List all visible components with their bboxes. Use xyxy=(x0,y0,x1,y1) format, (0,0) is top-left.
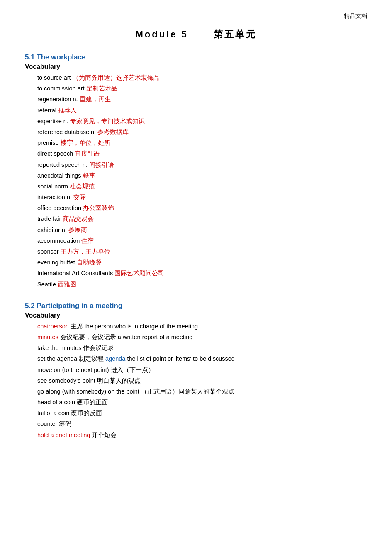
page-title: Module 5 第五单元 xyxy=(25,28,367,41)
vocab-item: tail of a coin 硬币的反面 xyxy=(37,408,367,418)
vocab-en: reported speech n. xyxy=(37,161,89,168)
vocab-zh: 专家意见，专门技术或知识 xyxy=(70,118,145,125)
vocab-zh: 参展商 xyxy=(68,227,87,233)
vocab-zh: （为商务用途）选择艺术装饰品 xyxy=(73,74,160,81)
vocab-en: expertise n. xyxy=(37,118,70,125)
vocab-item: move on (to the next point) 进入（下一点） xyxy=(37,365,367,375)
vocab-zh: 定制艺术品 xyxy=(86,85,117,92)
vocab-item: to source art （为商务用途）选择艺术装饰品 xyxy=(37,73,367,83)
vocab-item: direct speech 直接引语 xyxy=(37,149,367,159)
vocab-item: hold a brief meeting 开个短会 xyxy=(37,430,367,440)
vocab-en: to commission art xyxy=(37,85,86,92)
vocab-en: exhibitor n. xyxy=(37,227,68,233)
vocab-part: hold a brief meeting xyxy=(37,432,90,438)
vocab-item: anecdotal things 轶事 xyxy=(37,171,367,181)
vocab-part: agenda xyxy=(105,355,125,362)
vocab-item: take the minutes 作会议记录 xyxy=(37,343,367,353)
vocab-item: social norm 社会规范 xyxy=(37,182,367,191)
vocab-zh: 住宿 xyxy=(81,237,94,244)
vocab-part: set the agenda 制定议程 xyxy=(37,355,105,362)
section2-vocab-heading: Vocabulary xyxy=(25,312,367,319)
vocab-item: sponsor 主办方，主办单位 xyxy=(37,247,367,257)
vocab-item: reference database n. 参考数据库 xyxy=(37,127,367,137)
vocab-en: interaction n. xyxy=(37,194,73,200)
vocab-zh: 主办方，主办单位 xyxy=(61,248,110,255)
vocab-en: regeneration n. xyxy=(37,96,80,103)
vocab-zh: 重建，再生 xyxy=(80,96,111,103)
vocab-en: direct speech xyxy=(37,150,75,157)
vocab-zh: 推荐人 xyxy=(58,107,77,114)
vocab-zh: 自助晚餐 xyxy=(77,259,102,266)
vocab-item: reported speech n. 间接引语 xyxy=(37,160,367,170)
vocab-item: trade fair 商品交易会 xyxy=(37,214,367,224)
section1-vocab-list: to source art （为商务用途）选择艺术装饰品to commissio… xyxy=(37,73,367,289)
vocab-zh: 办公室装饰 xyxy=(83,205,114,211)
vocab-en: referral xyxy=(37,107,58,114)
vocab-item: go along (with somebody) on the point （正… xyxy=(37,387,367,396)
vocab-en: sponsor xyxy=(37,248,61,255)
vocab-item: referral 推荐人 xyxy=(37,106,367,115)
vocab-item: see somebody's point 明白某人的观点 xyxy=(37,376,367,386)
vocab-zh: 参考数据库 xyxy=(97,129,129,135)
vocab-zh: 国际艺术顾问公司 xyxy=(114,270,164,276)
section1: 5.1 The workplace Vocabulary to source a… xyxy=(25,53,367,289)
vocab-item: Seattle 西雅图 xyxy=(37,280,367,289)
top-right-label: 精品文档 xyxy=(25,12,367,20)
vocab-item: regeneration n. 重建，再生 xyxy=(37,95,367,104)
vocab-item: minutes 会议纪要，会议记录 a written report of a … xyxy=(37,333,367,342)
section2-heading: 5.2 Participating in a meeting xyxy=(25,302,367,310)
vocab-item: exhibitor n. 参展商 xyxy=(37,225,367,235)
vocab-en: reference database n. xyxy=(37,129,97,135)
vocab-item: chairperson 主席 the person who is in char… xyxy=(37,322,367,331)
vocab-part: 会议纪要，会议记录 a written report of a meeting xyxy=(58,334,193,340)
vocab-item: head of a coin 硬币的正面 xyxy=(37,398,367,407)
vocab-part: chairperson xyxy=(37,323,69,330)
vocab-zh: 西雅图 xyxy=(58,281,76,288)
vocab-item: accommodation 住宿 xyxy=(37,236,367,246)
vocab-part: the list of point or 'items' to be discu… xyxy=(125,355,234,362)
vocab-zh: 交际 xyxy=(73,194,86,200)
vocab-en: anecdotal things xyxy=(37,172,83,179)
vocab-zh: 社会规范 xyxy=(70,183,95,190)
vocab-item: premise 楼宇，单位，处所 xyxy=(37,138,367,148)
vocab-part: minutes xyxy=(37,334,58,340)
section1-heading: 5.1 The workplace xyxy=(25,53,367,61)
vocab-zh: 商品交易会 xyxy=(63,215,94,222)
vocab-item: interaction n. 交际 xyxy=(37,193,367,202)
section2: 5.2 Participating in a meeting Vocabular… xyxy=(25,302,367,440)
vocab-en: trade fair xyxy=(37,215,63,222)
vocab-item: office decoration 办公室装饰 xyxy=(37,203,367,213)
vocab-en: accommodation xyxy=(37,237,81,244)
vocab-en: International Art Consultants xyxy=(37,270,114,276)
vocab-item: expertise n. 专家意见，专门技术或知识 xyxy=(37,117,367,126)
vocab-zh: 轶事 xyxy=(83,172,95,179)
vocab-item: evening buffet 自助晚餐 xyxy=(37,258,367,267)
vocab-en: to source art xyxy=(37,74,73,81)
vocab-item: counter 筹码 xyxy=(37,419,367,429)
vocab-en: Seattle xyxy=(37,281,58,288)
vocab-en: premise xyxy=(37,139,61,146)
vocab-item: International Art Consultants 国际艺术顾问公司 xyxy=(37,269,367,278)
vocab-en: evening buffet xyxy=(37,259,77,266)
vocab-zh: 直接引语 xyxy=(75,150,100,157)
vocab-en: social norm xyxy=(37,183,70,190)
vocab-part: 开个短会 xyxy=(90,432,117,438)
section2-vocab-list: chairperson 主席 the person who is in char… xyxy=(37,322,367,440)
vocab-item: set the agenda 制定议程 agenda the list of p… xyxy=(37,354,367,364)
vocab-part: 主席 the person who is in charge of the me… xyxy=(69,323,198,330)
vocab-item: to commission art 定制艺术品 xyxy=(37,84,367,93)
vocab-zh: 楼宇，单位，处所 xyxy=(61,139,110,146)
section1-vocab-heading: Vocabulary xyxy=(25,63,367,71)
vocab-zh: 间接引语 xyxy=(89,161,114,168)
vocab-en: office decoration xyxy=(37,205,83,211)
